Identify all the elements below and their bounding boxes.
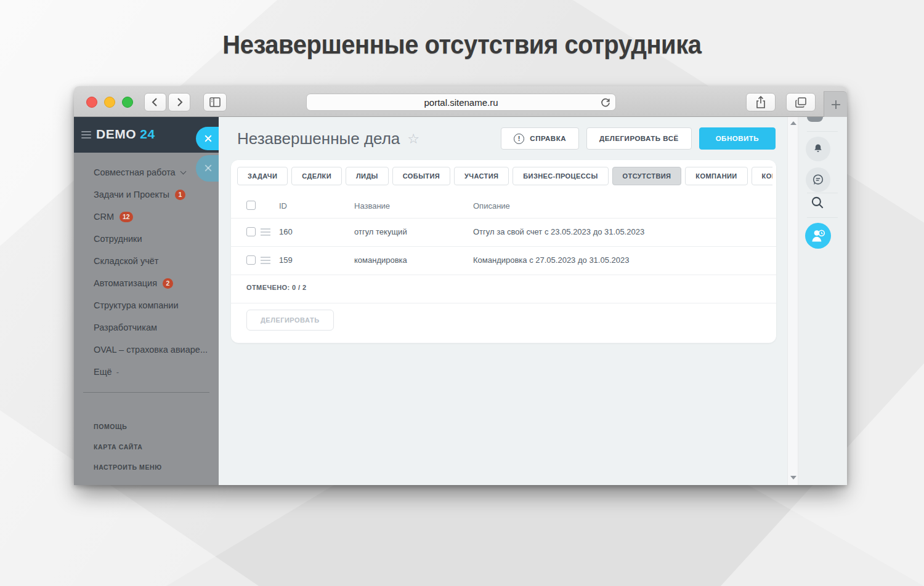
cell-description: Командировка с 27.05.2023 до 31.05.2023 bbox=[473, 255, 629, 265]
rail-divider bbox=[807, 131, 838, 132]
sidebar-divider bbox=[83, 392, 209, 393]
new-tab-button[interactable] bbox=[824, 91, 847, 117]
sidebar-item-developers[interactable]: Разработчикам bbox=[74, 316, 219, 339]
sidebar-panel-icon bbox=[209, 97, 221, 108]
logo-number: 24 bbox=[140, 127, 155, 141]
tab-participations[interactable]: УЧАСТИЯ bbox=[454, 167, 509, 185]
help-button[interactable]: ! СПРАВКА bbox=[501, 127, 579, 150]
row-menu-icon[interactable] bbox=[261, 257, 270, 266]
tab-overview-button[interactable] bbox=[786, 93, 816, 111]
table-row[interactable]: 159 командировка Командировка с 27.05.20… bbox=[231, 246, 776, 275]
row-divider bbox=[231, 275, 776, 275]
chevron-right-icon bbox=[174, 97, 184, 108]
sidebar-item-tasks-projects[interactable]: Задачи и Проекты 1 bbox=[74, 183, 219, 206]
tab-absences[interactable]: ОТСУТСТВИЯ bbox=[612, 167, 682, 185]
browser-toolbar: portal.sitename.ru bbox=[74, 86, 847, 117]
column-name: Название bbox=[354, 201, 390, 211]
delegate-button[interactable]: ДЕЛЕГИРОВАТЬ bbox=[246, 310, 334, 331]
row-divider bbox=[231, 303, 776, 303]
person-clock-icon bbox=[809, 227, 827, 245]
search-button[interactable] bbox=[809, 195, 828, 213]
portal-logo[interactable]: DEMO 24 bbox=[96, 127, 155, 142]
notifications-button[interactable] bbox=[806, 137, 830, 161]
profile-button[interactable] bbox=[805, 223, 831, 249]
page-heading: Незавершенные отсутствия сотрудника bbox=[0, 30, 924, 60]
row-checkbox[interactable] bbox=[246, 255, 256, 265]
vertical-scrollbar[interactable] bbox=[787, 117, 798, 485]
chevron-down-icon bbox=[180, 168, 186, 174]
minimize-window-button[interactable] bbox=[104, 97, 115, 108]
cell-id: 160 bbox=[279, 227, 293, 236]
configure-menu-link[interactable]: НАСТРОИТЬ МЕНЮ bbox=[74, 457, 219, 477]
back-button[interactable] bbox=[144, 93, 166, 111]
scroll-down-arrow-icon[interactable] bbox=[790, 476, 796, 480]
page-title: Незавершенные дела ☆ bbox=[237, 129, 419, 148]
zoom-window-button[interactable] bbox=[122, 97, 133, 108]
browser-viewport: DEMO 24 Совместная работа Задачи и Проек… bbox=[74, 117, 847, 485]
forward-button[interactable] bbox=[168, 93, 190, 111]
category-tabs: ЗАДАЧИ СДЕЛКИ ЛИДЫ СОБЫТИЯ УЧАСТИЯ БИЗНЕ… bbox=[237, 167, 772, 185]
menu-hamburger-icon[interactable] bbox=[81, 131, 91, 140]
browser-window: portal.sitename.ru DEMO 24 bbox=[74, 86, 847, 485]
left-sidebar: DEMO 24 Совместная работа Задачи и Проек… bbox=[74, 117, 219, 485]
share-button[interactable] bbox=[746, 93, 776, 111]
table-row[interactable]: 160 отгул текущий Отгул за свой счет с 2… bbox=[231, 218, 776, 246]
chat-bubble-icon bbox=[811, 173, 825, 187]
delegate-all-button[interactable]: ДЕЛЕГИРОВАТЬ ВСЁ bbox=[586, 127, 692, 150]
column-id: ID bbox=[279, 201, 287, 211]
cell-description: Отгул за свой счет с 23.05.2023 до 31.05… bbox=[473, 227, 644, 236]
scroll-up-arrow-icon[interactable] bbox=[790, 121, 796, 125]
address-bar[interactable]: portal.sitename.ru bbox=[306, 94, 616, 111]
info-icon: ! bbox=[514, 134, 524, 144]
reload-icon bbox=[600, 97, 611, 108]
tab-tasks[interactable]: ЗАДАЧИ bbox=[237, 167, 288, 185]
sitemap-link[interactable]: КАРТА САЙТА bbox=[74, 436, 219, 457]
tab-deals[interactable]: СДЕЛКИ bbox=[291, 167, 342, 185]
cell-name: командировка bbox=[354, 255, 407, 265]
help-link[interactable]: ПОМОЩЬ bbox=[74, 416, 219, 436]
selected-counter: ОТМЕЧЕНО: 0 / 2 bbox=[246, 284, 306, 291]
sidebar-item-collaboration[interactable]: Совместная работа bbox=[74, 161, 219, 183]
close-icon bbox=[204, 134, 213, 143]
unfinished-items-card: ЗАДАЧИ СДЕЛКИ ЛИДЫ СОБЫТИЯ УЧАСТИЯ БИЗНЕ… bbox=[231, 160, 776, 343]
sidebar-header: DEMO 24 bbox=[74, 117, 219, 153]
sidebar-item-company-structure[interactable]: Структура компании bbox=[74, 294, 219, 316]
refresh-button[interactable]: ОБНОВИТЬ bbox=[699, 127, 776, 150]
counter-badge: 2 bbox=[163, 278, 173, 289]
rail-notch bbox=[807, 117, 823, 122]
tab-companies[interactable]: КОМПАНИИ bbox=[685, 167, 747, 185]
rail-divider bbox=[807, 217, 838, 218]
table-header: ID Название Описание bbox=[231, 194, 776, 218]
sidebar-item-more[interactable]: Ещё - bbox=[74, 361, 219, 383]
reload-button[interactable] bbox=[600, 97, 611, 108]
share-icon bbox=[755, 95, 767, 109]
row-checkbox[interactable] bbox=[246, 227, 256, 236]
tab-leads[interactable]: ЛИДЫ bbox=[346, 167, 389, 185]
sidebar-footer: ПОМОЩЬ КАРТА САЙТА НАСТРОИТЬ МЕНЮ bbox=[74, 416, 219, 477]
cell-name: отгул текущий bbox=[354, 227, 407, 236]
close-window-button[interactable] bbox=[86, 97, 97, 108]
sidebar-item-oval-insurance[interactable]: OVAL – страховка авиаре... bbox=[74, 339, 219, 361]
logo-text: DEMO bbox=[96, 127, 136, 141]
right-toolbar bbox=[798, 117, 847, 485]
sidebar-item-automation[interactable]: Автоматизация 2 bbox=[74, 272, 219, 294]
sidebar-nav: Совместная работа Задачи и Проекты 1 CRM… bbox=[74, 161, 219, 393]
sidebar-item-inventory[interactable]: Складской учёт bbox=[74, 250, 219, 272]
sidebar-item-employees[interactable]: Сотрудники bbox=[74, 228, 219, 250]
sidebar-item-crm[interactable]: CRM 12 bbox=[74, 206, 219, 228]
row-menu-icon[interactable] bbox=[261, 228, 270, 238]
tab-contacts[interactable]: КОНТАКТЫ bbox=[752, 167, 772, 185]
select-all-checkbox[interactable] bbox=[246, 201, 256, 210]
chevron-left-icon bbox=[150, 97, 160, 108]
tab-events[interactable]: СОБЫТИЯ bbox=[392, 167, 450, 185]
main-content: Незавершенные дела ☆ ! СПРАВКА ДЕЛЕГИРОВ… bbox=[219, 117, 787, 485]
favorite-star-icon[interactable]: ☆ bbox=[407, 132, 419, 146]
close-menu-button[interactable] bbox=[196, 127, 219, 150]
counter-badge: 1 bbox=[175, 190, 185, 200]
column-description: Описание bbox=[473, 201, 510, 211]
rail-divider bbox=[807, 193, 838, 193]
tab-business-processes[interactable]: БИЗНЕС-ПРОЦЕССЫ bbox=[513, 167, 608, 185]
url-text: portal.sitename.ru bbox=[424, 97, 498, 108]
messenger-button[interactable] bbox=[806, 167, 830, 192]
sidebar-toggle-button[interactable] bbox=[203, 93, 227, 111]
